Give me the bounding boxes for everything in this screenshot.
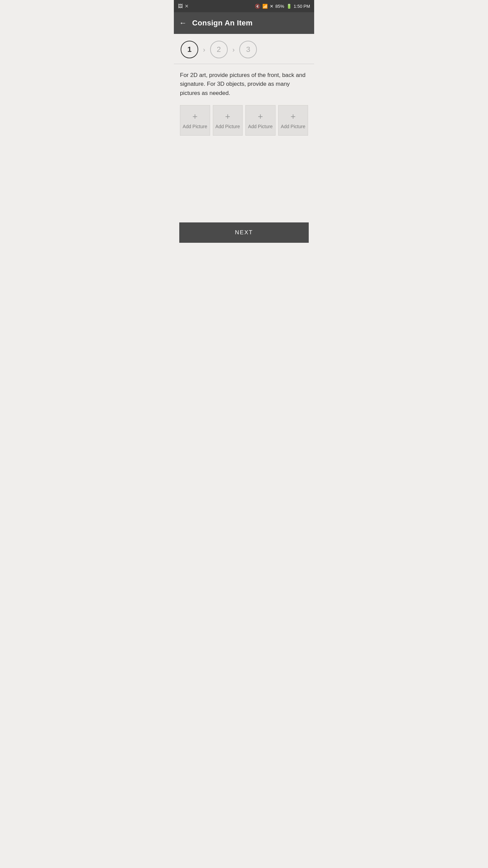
next-button[interactable]: NEXT xyxy=(179,222,309,243)
add-picture-2-icon: + xyxy=(225,112,230,121)
step-1-circle[interactable]: 1 xyxy=(181,41,198,58)
add-picture-1[interactable]: + Add Picture xyxy=(180,105,210,136)
add-picture-3-icon: + xyxy=(258,112,263,121)
top-bar: ← Consign An Item xyxy=(174,12,314,34)
add-picture-1-icon: + xyxy=(192,112,198,121)
page-title: Consign An Item xyxy=(192,19,252,27)
status-bar-left-icons: 🖼 ✕ xyxy=(178,3,189,9)
step-3-label: 3 xyxy=(246,45,250,54)
instructions-text: For 2D art, provide pictures of the fron… xyxy=(180,71,308,98)
add-picture-4-label: Add Picture xyxy=(281,123,305,130)
signal-icon: ✕ xyxy=(270,4,273,9)
add-picture-1-label: Add Picture xyxy=(183,123,207,130)
next-button-container: NEXT xyxy=(174,218,314,250)
step-2-circle[interactable]: 2 xyxy=(210,41,228,58)
stepper: 1 › 2 › 3 xyxy=(174,34,314,64)
step-arrow-1: › xyxy=(203,46,205,54)
add-picture-3[interactable]: + Add Picture xyxy=(245,105,276,136)
image-status-icon: 🖼 xyxy=(178,3,183,9)
step-2-label: 2 xyxy=(217,45,221,54)
mute-icon: 🔇 xyxy=(255,4,260,9)
add-picture-3-label: Add Picture xyxy=(248,123,272,130)
add-picture-2-label: Add Picture xyxy=(216,123,240,130)
step-3-circle[interactable]: 3 xyxy=(239,41,257,58)
status-bar: 🖼 ✕ 🔇 📶 ✕ 85% 🔋 1:50 PM xyxy=(174,0,314,12)
step-1-label: 1 xyxy=(187,45,191,54)
picture-grid: + Add Picture + Add Picture + Add Pictur… xyxy=(180,105,308,136)
status-bar-right-info: 🔇 📶 ✕ 85% 🔋 1:50 PM xyxy=(255,4,310,9)
step-arrow-2: › xyxy=(232,46,235,54)
wifi-icon: 📶 xyxy=(262,4,268,9)
close-status-icon: ✕ xyxy=(185,3,189,9)
main-content: For 2D art, provide pictures of the fron… xyxy=(174,64,314,218)
add-picture-4[interactable]: + Add Picture xyxy=(278,105,308,136)
add-picture-4-icon: + xyxy=(290,112,296,121)
battery-percent: 85% xyxy=(276,4,284,9)
back-button[interactable]: ← xyxy=(179,19,187,27)
add-picture-2[interactable]: + Add Picture xyxy=(213,105,243,136)
battery-icon: 🔋 xyxy=(286,4,292,9)
time-display: 1:50 PM xyxy=(294,4,310,9)
